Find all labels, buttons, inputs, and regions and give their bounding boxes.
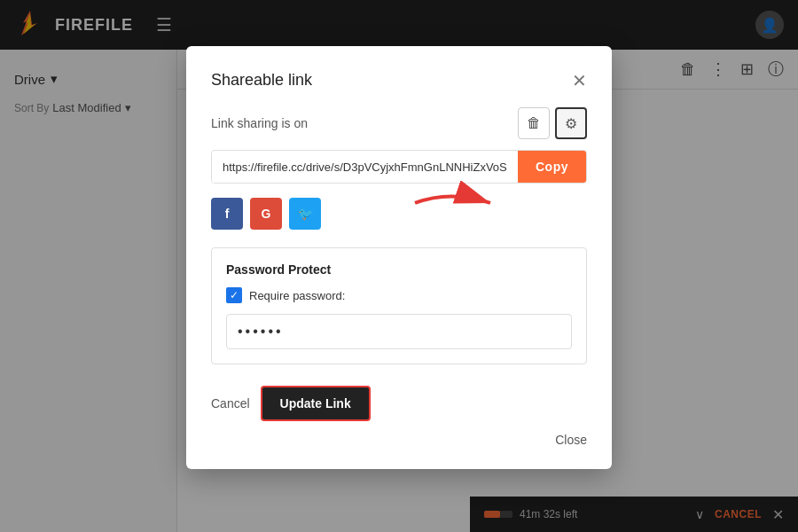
link-sharing-status: Link sharing is on xyxy=(211,116,308,130)
modal-close-button[interactable]: ✕ xyxy=(572,71,587,89)
google-share-button[interactable]: G xyxy=(250,198,282,230)
require-password-row: ✓ Require password: xyxy=(226,287,572,303)
gear-icon: ⚙ xyxy=(565,114,577,131)
facebook-share-button[interactable]: f xyxy=(211,198,243,230)
password-protect-section: Password Protect ✓ Require password: xyxy=(211,247,587,364)
twitter-share-button[interactable]: 🐦 xyxy=(289,198,321,230)
shareable-link-modal: Shareable link ✕ Link sharing is on 🗑 ⚙ xyxy=(186,46,612,469)
settings-link-button[interactable]: ⚙ xyxy=(555,107,587,139)
modal-action-row: Cancel Update Link xyxy=(211,386,587,421)
require-password-label: Require password: xyxy=(249,288,345,301)
delete-link-button[interactable]: 🗑 xyxy=(518,107,550,139)
social-share-row: f G 🐦 xyxy=(211,198,587,230)
modal-close-row: Close xyxy=(211,432,587,448)
cancel-button[interactable]: Cancel xyxy=(211,396,250,411)
trash-icon: 🗑 xyxy=(527,115,541,131)
twitter-icon: 🐦 xyxy=(298,207,313,221)
update-link-button[interactable]: Update Link xyxy=(261,386,371,421)
modal-title: Shareable link xyxy=(211,71,312,90)
facebook-icon: f xyxy=(225,207,230,221)
close-modal-button[interactable]: Close xyxy=(555,433,587,447)
password-section-title: Password Protect xyxy=(226,262,572,277)
url-input-row: Copy xyxy=(211,150,587,184)
google-icon: G xyxy=(262,207,271,221)
link-action-buttons: 🗑 ⚙ xyxy=(518,107,587,139)
copy-button[interactable]: Copy xyxy=(518,151,586,183)
url-input-field[interactable] xyxy=(212,151,518,182)
password-input-field[interactable] xyxy=(226,314,572,349)
require-password-checkbox[interactable]: ✓ xyxy=(226,287,242,303)
link-sharing-row: Link sharing is on 🗑 ⚙ xyxy=(211,107,587,139)
checkmark-icon: ✓ xyxy=(230,289,239,301)
modal-header: Shareable link ✕ xyxy=(211,71,587,90)
